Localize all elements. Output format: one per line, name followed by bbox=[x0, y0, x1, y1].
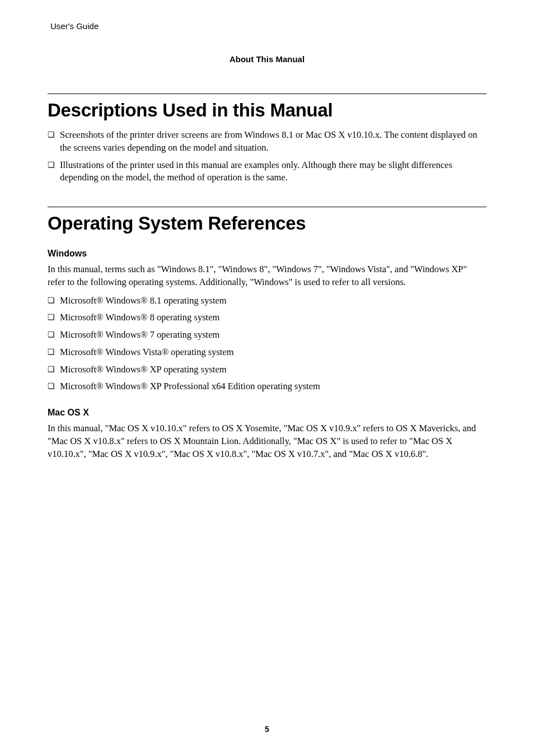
section-rule bbox=[48, 94, 486, 94]
list-item: Microsoft® Windows Vista® operating syst… bbox=[48, 346, 486, 359]
bullet-list: Microsoft® Windows® 8.1 operating system… bbox=[48, 295, 486, 394]
section-title: Descriptions Used in this Manual bbox=[48, 100, 486, 121]
list-item: Screenshots of the printer driver screen… bbox=[48, 129, 486, 155]
list-item: Microsoft® Windows® 8 operating system bbox=[48, 311, 486, 324]
section-descriptions: Descriptions Used in this Manual Screens… bbox=[48, 94, 486, 184]
list-item: Microsoft® Windows® XP Professional x64 … bbox=[48, 380, 486, 393]
list-item: Microsoft® Windows® 8.1 operating system bbox=[48, 295, 486, 307]
section-os-references: Operating System References Windows In t… bbox=[48, 207, 486, 460]
section-rule bbox=[48, 207, 486, 207]
bullet-list: Screenshots of the printer driver screen… bbox=[48, 129, 486, 184]
running-head: User's Guide bbox=[50, 21, 486, 31]
subhead-windows: Windows bbox=[48, 249, 486, 259]
chapter-label: About This Manual bbox=[48, 54, 486, 64]
list-item: Microsoft® Windows® 7 operating system bbox=[48, 329, 486, 342]
body-text: In this manual, terms such as "Windows 8… bbox=[48, 263, 486, 289]
subhead-macosx: Mac OS X bbox=[48, 408, 486, 418]
page: User's Guide About This Manual Descripti… bbox=[0, 0, 534, 756]
page-number: 5 bbox=[0, 725, 534, 734]
list-item: Microsoft® Windows® XP operating system bbox=[48, 363, 486, 376]
list-item: Illustrations of the printer used in thi… bbox=[48, 159, 486, 185]
section-title: Operating System References bbox=[48, 213, 486, 234]
body-text: In this manual, "Mac OS X v10.10.x" refe… bbox=[48, 422, 486, 460]
